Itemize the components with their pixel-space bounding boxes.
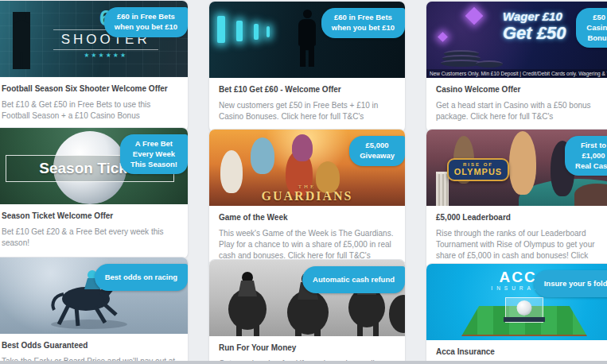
horses-rear-image: Automatic cash refund <box>209 260 405 336</box>
character-decoration <box>220 150 243 193</box>
promo-title: Run For Your Money <box>219 343 395 354</box>
promo-title: Game of the Week <box>219 213 395 223</box>
card-body: Casino Welcome Offer Get a head start in… <box>426 78 607 132</box>
football-decoration <box>517 300 532 316</box>
rise-of-olympus-image: RISE OF OLYMPUS First to £1,000 Real Cas… <box>426 130 607 206</box>
promo-badge: Automatic cash refund <box>302 266 405 293</box>
promo-badge: £60 in Free Bets when you bet £10 <box>321 8 405 38</box>
stars-decoration: ★★★★★★ <box>53 52 158 59</box>
glow-light-decoration <box>236 21 243 41</box>
zeus-silhouette <box>509 131 536 195</box>
stadium-tunnel-image: £60 in Free Bets when you bet £10 <box>209 2 405 78</box>
promo-badge: £5,000 Giveaway <box>349 136 405 166</box>
promo-description: Rise through the ranks of our Leaderboar… <box>436 228 607 261</box>
promo-card-run-for-your-money[interactable]: Automatic cash refund Run For Your Money… <box>208 259 406 364</box>
promo-card-acca-insurance[interactable]: ACCA INSURANCE Insure your 5 fold+ Acca … <box>426 263 607 364</box>
season-ticket-image: Season Ticket A Free Bet Every Week This… <box>0 128 188 204</box>
character-decoration <box>292 134 313 161</box>
rise-of-olympus-logo: RISE OF OLYMPUS <box>447 158 509 181</box>
promo-title: Casino Welcome Offer <box>436 85 607 95</box>
character-decoration <box>251 137 274 174</box>
guardians-logo: THE GUARDIANS <box>262 184 353 203</box>
case-base-decoration <box>504 317 545 322</box>
get-line: Get £50 <box>503 23 566 43</box>
promo-card-casino-welcome[interactable]: Wager £10 Get £50 New Customers Only. Mi… <box>426 1 607 133</box>
promo-card-leaderboard[interactable]: RISE OF OLYMPUS First to £1,000 Real Cas… <box>426 129 607 272</box>
promo-badge: Best odds on racing <box>95 264 188 291</box>
promo-title: £5,000 Leaderboard <box>436 213 607 223</box>
promo-description: Bet £10 Get £20 & a Free Bet every week … <box>2 227 178 249</box>
wager-offer-text: Wager £10 Get £50 <box>503 10 566 44</box>
card-body: £5,000 Leaderboard Rise through the rank… <box>426 206 607 271</box>
six-shooter-image: 6 SHOOTER ★★★★★★ £60 in Free Bets when y… <box>0 1 188 77</box>
logo-olympus-text: OLYMPUS <box>449 167 508 176</box>
promo-card-game-of-the-week[interactable]: THE GUARDIANS £5,000 Giveaway Game of th… <box>208 129 406 272</box>
gem-decoration <box>438 32 448 42</box>
promo-card-best-odds[interactable]: Best odds on racing Best Odds Guaranteed… <box>0 257 189 364</box>
promo-card-season-ticket[interactable]: Season Ticket A Free Bet Every Week This… <box>0 127 189 259</box>
promo-title: Best Odds Guaranteed <box>2 341 178 351</box>
horse-racing-image: Best odds on racing <box>0 258 188 334</box>
promo-description: This week's Game of the Week is The Guar… <box>219 228 395 261</box>
horizontal-scrollbar[interactable] <box>0 361 607 364</box>
promo-badge: Insure your 5 fold+ <box>534 270 607 297</box>
promo-badge: £50 Casino Bonus <box>576 8 607 48</box>
card-body: Run For Your Money Get a real cash refun… <box>209 336 405 364</box>
promo-title: Season Ticket Welcome Offer <box>2 211 178 222</box>
gem-decoration <box>465 7 484 25</box>
glow-light-decoration <box>254 24 259 40</box>
person-silhouette <box>13 12 30 69</box>
chip-decoration <box>476 60 503 68</box>
card-body: Best Odds Guaranteed Take the Early or B… <box>0 334 188 364</box>
terms-smallprint: New Customers Only. Min £10 Deposit | Cr… <box>426 69 607 78</box>
card-body: Bet £10 Get £60 - Welcome Offer New cust… <box>209 78 405 132</box>
promo-description: Bet £10 & Get £50 in Free Bets to use th… <box>2 99 178 122</box>
promotions-page: 6 SHOOTER ★★★★★★ £60 in Free Bets when y… <box>0 0 607 364</box>
casino-image: Wager £10 Get £50 New Customers Only. Mi… <box>426 2 607 78</box>
promo-card-bet10-get60[interactable]: £60 in Free Bets when you bet £10 Bet £1… <box>208 1 406 133</box>
glass-case-decoration <box>505 297 543 323</box>
promo-badge: £60 in Free Bets when you bet £10 <box>104 7 188 37</box>
promo-badge: A Free Bet Every Week This Season! <box>120 134 188 174</box>
card-body: Season Ticket Welcome Offer Bet £10 Get … <box>0 204 188 258</box>
guardians-logo-name: GUARDIANS <box>262 190 353 203</box>
wager-line: Wager £10 <box>503 10 566 23</box>
greek-column-decoration <box>436 172 449 206</box>
glow-light-decoration <box>267 26 270 37</box>
guardians-game-image: THE GUARDIANS £5,000 Giveaway <box>209 130 405 206</box>
rock-decoration <box>574 184 607 206</box>
card-body: Football Season Six Shooter Welcome Offe… <box>0 77 188 131</box>
player-silhouette <box>298 10 316 67</box>
promo-title: Acca Insurance <box>436 347 607 358</box>
acca-insurance-image: ACCA INSURANCE Insure your 5 fold+ <box>426 264 607 340</box>
promo-card-six-shooter[interactable]: 6 SHOOTER ★★★★★★ £60 in Free Bets when y… <box>0 0 189 132</box>
glow-light-decoration <box>217 16 225 43</box>
promo-title: Football Season Six Shooter Welcome Offe… <box>2 84 178 95</box>
promo-badge: First to £1,000 Real Cash <box>565 136 607 176</box>
promo-description: New customers get £50 in Free Bets + £10… <box>219 100 395 122</box>
promo-description: Get a head start in Casino with a £50 bo… <box>436 100 607 122</box>
promo-title: Bet £10 Get £60 - Welcome Offer <box>219 85 395 95</box>
